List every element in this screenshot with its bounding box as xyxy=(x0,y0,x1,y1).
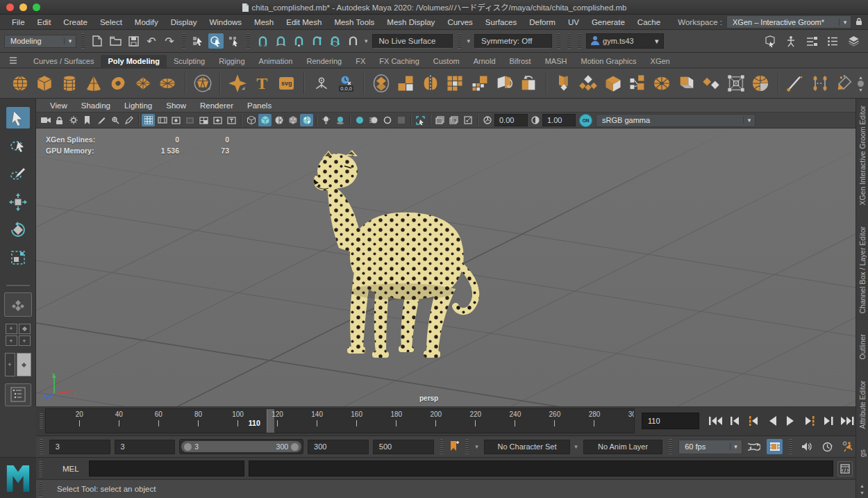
menu-deform[interactable]: Deform xyxy=(523,18,562,26)
lasso-tool[interactable] xyxy=(6,135,30,156)
platonic-solid-icon[interactable] xyxy=(191,72,214,95)
cached-playback-icon[interactable] xyxy=(819,439,835,454)
undo-icon[interactable]: ↶ xyxy=(144,33,159,49)
user-account-selector[interactable]: gym.ts43 ▾ xyxy=(586,33,664,49)
shelf-tab-animation[interactable]: Animation xyxy=(252,55,300,67)
shelf-tab-rendering[interactable]: Rendering xyxy=(299,55,349,67)
command-language-label[interactable]: MEL xyxy=(62,465,79,473)
select-component-button[interactable] xyxy=(226,33,242,49)
up-arrow-icon[interactable]: ▲ xyxy=(858,75,863,80)
layout-four-pane-button[interactable]: + + + xyxy=(5,323,31,346)
toolbar-grip[interactable] xyxy=(81,33,85,49)
poly-plane-icon[interactable] xyxy=(131,72,154,95)
gate-mask-icon[interactable] xyxy=(183,114,197,126)
move-tool[interactable] xyxy=(6,191,30,213)
edit-edge-flow-icon[interactable] xyxy=(808,72,831,95)
menu-mesh-tools[interactable]: Mesh Tools xyxy=(328,18,381,26)
paint-transfer-icon[interactable] xyxy=(833,72,856,95)
merge-vertices-icon[interactable] xyxy=(626,72,649,95)
time-slider[interactable]: 20 40 60 80 100 120 140 160 180 200 220 … xyxy=(45,408,635,433)
animation-end-field[interactable]: 500 xyxy=(373,440,434,454)
poly-sphere-icon[interactable] xyxy=(8,72,31,95)
mute-audio-icon[interactable] xyxy=(799,439,815,454)
toolbar-grip[interactable] xyxy=(669,439,672,454)
toolbar-grip[interactable] xyxy=(578,33,581,49)
shelf-tab-custom[interactable]: Custom xyxy=(426,55,467,67)
select-tool[interactable] xyxy=(6,107,30,128)
redo-icon[interactable]: ↷ xyxy=(162,33,177,49)
motion-blur-icon[interactable] xyxy=(367,114,380,126)
display-layers-toggle[interactable] xyxy=(846,33,861,49)
toolbar-grip[interactable] xyxy=(39,461,42,476)
reset-transform-icon[interactable]: 0,0,0 xyxy=(335,72,358,95)
tab-outliner[interactable]: Outliner xyxy=(858,334,867,360)
shadows-icon[interactable] xyxy=(333,114,347,126)
step-back-key-button[interactable] xyxy=(745,413,762,429)
menu-mesh-display[interactable]: Mesh Display xyxy=(381,18,441,26)
layout-single-pane-button[interactable] xyxy=(4,292,32,317)
go-to-start-button[interactable] xyxy=(708,413,724,429)
mirror-icon[interactable] xyxy=(419,72,442,95)
viewport-3d-area[interactable]: y x z XGen Splines: 0 0 GPU Memory: 1 53… xyxy=(36,128,856,406)
shelf-tab-poly-modeling[interactable]: Poly Modeling xyxy=(101,55,167,67)
toolbar-grip[interactable] xyxy=(440,439,444,454)
playback-start-field[interactable]: 3 xyxy=(115,440,176,454)
paint-select-tool[interactable] xyxy=(6,163,30,185)
snap-view-plane-icon[interactable] xyxy=(327,33,342,49)
shelf-tab-arnold[interactable]: Arnold xyxy=(467,55,503,67)
menu-display[interactable]: Display xyxy=(165,18,203,26)
bevel-icon[interactable] xyxy=(576,72,599,95)
chevron-down-icon[interactable]: ▾ xyxy=(365,38,368,44)
scale-tool[interactable] xyxy=(6,247,30,269)
shelf-scroll-control[interactable]: ▲ ▼ xyxy=(858,75,864,92)
shelf-tab-curves-surfaces[interactable]: Curves / Surfaces xyxy=(26,55,101,67)
viewport-panel[interactable]: View Shading Lighting Show Renderer Pane… xyxy=(36,99,856,406)
fps-selector[interactable]: 60 fps ▾ xyxy=(678,440,742,454)
panel-menu-show[interactable]: Show xyxy=(159,101,193,110)
spin-edge-backward-icon[interactable] xyxy=(492,72,515,95)
toolbar-grip[interactable] xyxy=(182,33,185,49)
snapshot-icon[interactable] xyxy=(433,114,446,126)
snap-curve-icon[interactable] xyxy=(273,33,288,49)
poly-disc-icon[interactable] xyxy=(156,72,178,95)
image-plane-icon[interactable] xyxy=(94,114,108,126)
layout-outliner-button[interactable] xyxy=(5,383,31,406)
menu-select[interactable]: Select xyxy=(94,18,128,26)
chevron-down-icon[interactable]: ▾ xyxy=(475,443,478,450)
shelf-tab-fx-caching[interactable]: FX Caching xyxy=(372,55,426,67)
shelf-tab-rigging[interactable]: Rigging xyxy=(212,55,251,67)
resize-panel-icon[interactable] xyxy=(461,114,474,126)
poly-cube-icon[interactable] xyxy=(33,72,56,95)
poly-torus-icon[interactable] xyxy=(107,72,130,95)
exposure-field[interactable]: 0.00 xyxy=(494,114,528,126)
bookmark-icon[interactable] xyxy=(81,114,94,126)
down-arrow-icon[interactable]: ▼ xyxy=(860,490,865,495)
svg-tool-icon[interactable]: svg xyxy=(275,72,298,95)
exposure-icon[interactable] xyxy=(481,114,494,126)
range-end-handle[interactable] xyxy=(291,443,299,451)
workspace-selector[interactable]: XGen – Interactive Groom* ▾ xyxy=(726,15,851,28)
extrude-icon[interactable] xyxy=(552,72,575,95)
playblast-options-button[interactable] xyxy=(767,439,783,454)
save-scene-button[interactable] xyxy=(126,33,141,49)
menu-surfaces[interactable]: Surfaces xyxy=(479,18,523,26)
snap-projected-center-icon[interactable] xyxy=(309,33,324,49)
cheetah-model[interactable] xyxy=(311,149,483,365)
attribute-editor-toggle[interactable] xyxy=(825,33,840,49)
shelf-tab-mash[interactable]: MASH xyxy=(538,55,574,67)
isolate-select-icon[interactable] xyxy=(414,114,427,126)
lock-icon[interactable] xyxy=(856,17,862,27)
grease-pencil-icon[interactable] xyxy=(122,114,135,126)
panel-menu-panels[interactable]: Panels xyxy=(240,101,278,110)
tab-channel-box-layer-editor[interactable]: Channel Box / Layer Editor xyxy=(858,226,867,314)
xray-mode-icon[interactable] xyxy=(394,114,408,126)
menu-edit-mesh[interactable]: Edit Mesh xyxy=(280,18,328,26)
crease-tool-icon[interactable] xyxy=(784,72,807,95)
tab-strip-scroll[interactable]: ▲ ▼ xyxy=(860,483,865,495)
bridge-icon[interactable] xyxy=(601,72,624,95)
new-scene-button[interactable] xyxy=(90,33,105,49)
combine-icon[interactable] xyxy=(369,72,392,95)
current-frame-field[interactable]: 110 xyxy=(642,413,699,429)
bookmark-add-icon[interactable] xyxy=(449,440,459,453)
menu-modify[interactable]: Modify xyxy=(128,18,165,26)
